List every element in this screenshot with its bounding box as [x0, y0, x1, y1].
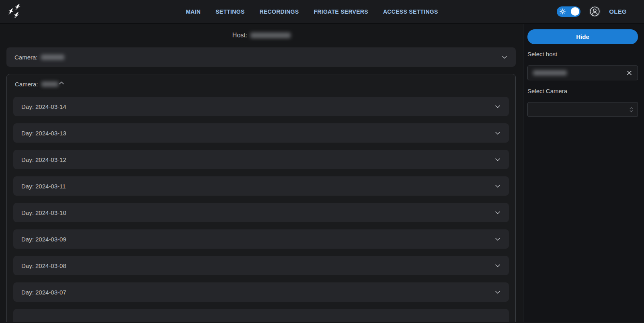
recordings-main-panel: Host: Camera: Camera:: [0, 24, 523, 322]
host-value-redacted: [250, 33, 291, 38]
day-label: Day: 2024-03-09: [21, 236, 66, 243]
day-list: Day: 2024-03-14 Day: 2024-03-13 Day: 202…: [7, 94, 515, 322]
x-icon: [626, 70, 633, 76]
nav-main[interactable]: MAIN: [186, 8, 201, 15]
day-label: Day: 2024-03-10: [21, 209, 66, 216]
day-row[interactable]: Day: 2024-03-08: [13, 256, 509, 275]
user-avatar[interactable]: [589, 6, 601, 17]
chevron-down-icon: [494, 183, 501, 189]
nav-recordings[interactable]: RECORDINGS: [260, 8, 299, 15]
camera-select[interactable]: [527, 102, 638, 117]
clear-host-button[interactable]: [625, 69, 634, 77]
day-row-partial[interactable]: [13, 309, 509, 322]
day-row[interactable]: Day: 2024-03-07: [13, 282, 509, 302]
select-camera-label: Select Camera: [527, 88, 638, 95]
host-line: Host:: [0, 30, 523, 41]
header-right-controls: OLEG: [557, 6, 627, 17]
chevron-down-icon: [494, 130, 501, 136]
day-label: Day: 2024-03-11: [21, 183, 66, 190]
user-circle-icon: [589, 6, 600, 17]
day-label: Day: 2024-03-14: [21, 103, 66, 110]
camera-label-text: Camera:: [15, 81, 38, 88]
nav-frigate-servers[interactable]: FRIGATE SERVERS: [314, 8, 368, 15]
toggle-knob: [571, 7, 579, 16]
day-row[interactable]: Day: 2024-03-09: [13, 229, 509, 249]
day-row[interactable]: Day: 2024-03-14: [13, 97, 509, 116]
selected-host-redacted: [533, 70, 567, 76]
nav-access-settings[interactable]: ACCESS SETTINGS: [383, 8, 438, 15]
updown-selector-icon: [629, 106, 634, 113]
day-label: Day: 2024-03-12: [21, 156, 66, 163]
camera-accordion-collapsed[interactable]: Camera:: [6, 47, 516, 67]
chevron-down-icon: [494, 103, 501, 110]
day-label: Day: 2024-03-13: [21, 130, 66, 137]
camera-accordion-label: Camera:: [14, 54, 64, 61]
sun-icon: [560, 8, 566, 14]
chevron-down-icon: [494, 156, 501, 163]
camera-label-text: Camera:: [14, 54, 38, 61]
hide-button[interactable]: Hide: [527, 29, 638, 44]
frigate-birds-logo: [5, 2, 24, 22]
nav-settings[interactable]: SETTINGS: [215, 8, 244, 15]
day-label: Day: 2024-03-08: [21, 262, 66, 269]
camera-accordion-label: Camera:: [15, 81, 58, 88]
chevron-down-icon: [494, 209, 501, 216]
chevron-down-icon: [501, 54, 508, 60]
chevron-up-icon: [58, 80, 65, 88]
chevron-down-icon: [494, 236, 501, 242]
camera-name-redacted: [41, 82, 58, 87]
camera-accordion-header[interactable]: Camera:: [7, 74, 515, 94]
camera-name-redacted: [41, 55, 64, 60]
chevron-down-icon: [494, 262, 501, 269]
day-row[interactable]: Day: 2024-03-11: [13, 176, 509, 196]
day-label: Day: 2024-03-07: [21, 289, 66, 296]
filter-sidebar: Hide Select host Select Camera: [523, 24, 644, 322]
host-select[interactable]: [527, 65, 638, 80]
main-nav: MAIN SETTINGS RECORDINGS FRIGATE SERVERS…: [186, 0, 438, 23]
day-row[interactable]: Day: 2024-03-12: [13, 150, 509, 169]
select-host-label: Select host: [527, 51, 638, 58]
content-area: Host: Camera: Camera:: [0, 24, 644, 322]
camera-accordion-expanded: Camera: Day: 2024-03-14 Day: 2024-03-13: [6, 74, 516, 322]
username-label[interactable]: OLEG: [609, 8, 627, 15]
host-label: Host:: [232, 32, 247, 39]
day-row[interactable]: Day: 2024-03-13: [13, 123, 509, 143]
day-row[interactable]: Day: 2024-03-10: [13, 203, 509, 222]
chevron-down-icon: [494, 289, 501, 295]
theme-toggle[interactable]: [557, 6, 580, 17]
top-navbar: MAIN SETTINGS RECORDINGS FRIGATE SERVERS…: [0, 0, 644, 24]
